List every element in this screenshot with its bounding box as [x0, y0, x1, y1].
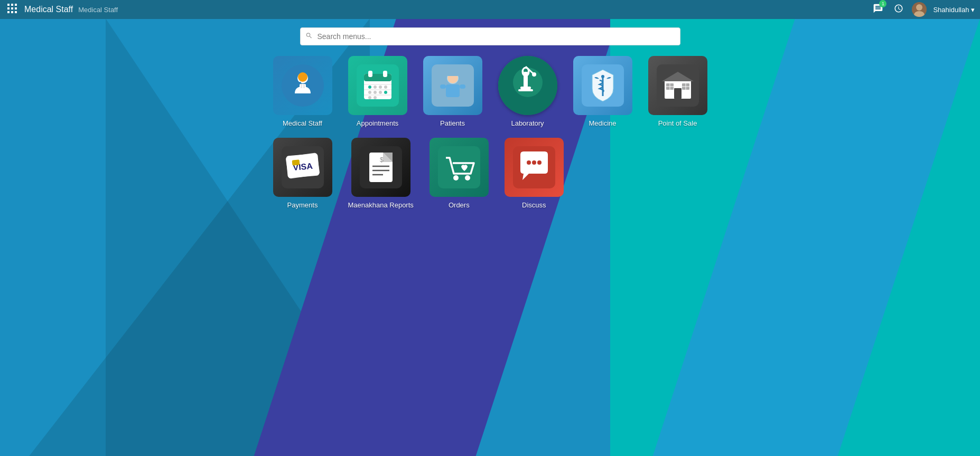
svg-point-34	[368, 96, 371, 99]
svg-point-82	[465, 175, 470, 180]
navbar: Medical Staff Medical Staff 1 Shahidulla…	[0, 0, 980, 19]
clock-icon-button[interactable]	[892, 2, 906, 18]
svg-rect-49	[518, 89, 533, 91]
svg-point-33	[384, 91, 387, 94]
svg-point-84	[527, 160, 531, 165]
username-label[interactable]: Shahidullah ▾	[933, 6, 975, 14]
payments-icon: VISA	[273, 138, 332, 197]
avatar[interactable]	[912, 2, 927, 17]
svg-rect-80	[438, 146, 480, 188]
discuss-label: Discuss	[522, 201, 546, 209]
svg-rect-60	[674, 88, 682, 99]
reports-icon: $	[351, 138, 410, 197]
chat-icon-button[interactable]: 1	[871, 1, 885, 18]
svg-rect-47	[524, 72, 528, 88]
svg-rect-15	[300, 84, 306, 92]
svg-rect-17	[303, 84, 305, 88]
svg-rect-5	[15, 7, 17, 10]
svg-point-53	[532, 72, 536, 77]
svg-point-9	[916, 4, 922, 11]
app-payments[interactable]: VISA Payments	[273, 138, 332, 209]
svg-text:$: $	[380, 156, 384, 164]
grid-icon[interactable]	[5, 2, 19, 17]
app-laboratory[interactable]: Laboratory	[498, 56, 557, 127]
app-orders[interactable]: Orders	[430, 138, 489, 209]
orders-icon	[430, 138, 489, 197]
medical-staff-icon	[273, 56, 332, 115]
app-discuss[interactable]: Discuss	[505, 138, 564, 209]
search-input[interactable]	[300, 27, 680, 45]
svg-rect-42	[446, 84, 460, 97]
svg-rect-22	[383, 71, 387, 77]
svg-rect-4	[11, 7, 13, 10]
svg-rect-1	[11, 4, 13, 6]
apps-container: Medical Staff	[0, 56, 980, 209]
svg-rect-16	[301, 84, 302, 88]
laboratory-label: Laboratory	[511, 119, 544, 127]
patients-label: Patients	[440, 119, 465, 127]
apps-grid: Medical Staff	[273, 56, 707, 209]
app-medical-staff[interactable]: Medical Staff	[273, 56, 332, 127]
search-icon	[305, 32, 313, 41]
medical-staff-label: Medical Staff	[283, 119, 322, 127]
search-container	[0, 27, 980, 45]
appointments-icon	[348, 56, 407, 115]
svg-point-10	[914, 11, 925, 17]
navbar-right: 1 Shahidullah ▾	[871, 1, 975, 18]
apps-row-2: VISA Payments	[273, 138, 707, 209]
svg-point-86	[537, 160, 542, 165]
svg-rect-41	[446, 72, 459, 76]
svg-rect-6	[7, 11, 10, 13]
svg-point-81	[453, 175, 459, 180]
svg-rect-3	[7, 7, 10, 10]
svg-point-31	[374, 91, 377, 94]
svg-point-85	[532, 160, 536, 165]
payments-label: Payments	[287, 201, 318, 209]
svg-point-29	[384, 86, 387, 89]
svg-rect-8	[15, 11, 17, 13]
app-medicine[interactable]: Medicine	[573, 56, 632, 127]
app-appointments[interactable]: Appointments	[348, 56, 407, 127]
svg-point-28	[379, 86, 382, 89]
laboratory-icon	[498, 56, 557, 115]
medicine-label: Medicine	[589, 119, 616, 127]
notification-badge: 1	[879, 0, 886, 7]
app-patients[interactable]: Patients	[423, 56, 482, 127]
svg-rect-48	[520, 87, 531, 89]
svg-point-13	[299, 82, 301, 84]
svg-point-14	[298, 72, 307, 82]
svg-point-35	[374, 96, 377, 99]
svg-rect-43	[440, 84, 446, 89]
appointments-label: Appointments	[357, 119, 399, 127]
svg-point-30	[368, 91, 371, 94]
svg-rect-7	[11, 11, 13, 13]
pos-label: Point of Sale	[658, 119, 697, 127]
svg-rect-21	[368, 71, 372, 77]
svg-rect-2	[15, 4, 17, 6]
svg-rect-20	[364, 74, 391, 81]
app-subtitle: Medical Staff	[78, 6, 118, 14]
app-title: Medical Staff	[24, 5, 73, 14]
reports-label: Maenakhana Reports	[348, 201, 414, 209]
orders-label: Orders	[449, 201, 470, 209]
svg-rect-0	[7, 4, 10, 6]
search-wrapper	[300, 27, 680, 45]
pos-icon	[648, 56, 707, 115]
apps-row-1: Medical Staff	[273, 56, 707, 127]
medicine-icon	[573, 56, 632, 115]
svg-point-27	[374, 86, 377, 89]
app-pos[interactable]: Point of Sale	[648, 56, 707, 127]
patients-icon	[423, 56, 482, 115]
app-reports[interactable]: $ Maenakhana Reports	[348, 138, 414, 209]
svg-rect-71	[292, 159, 300, 165]
svg-point-26	[368, 86, 371, 89]
svg-rect-44	[460, 84, 465, 89]
svg-point-56	[601, 75, 604, 78]
discuss-icon	[505, 138, 564, 197]
svg-point-32	[379, 91, 382, 94]
